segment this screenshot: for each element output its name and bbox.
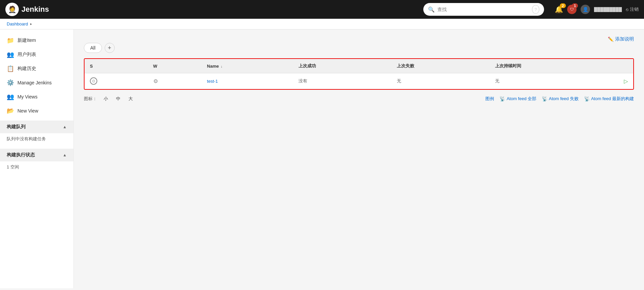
sidebar-item-label: Manage Jenkins	[17, 80, 52, 85]
col-w: W	[148, 59, 202, 73]
col-last-success: 上次成功	[293, 59, 391, 73]
sidebar-item-label: My Views	[17, 94, 38, 99]
last-duration-cell: 无	[490, 73, 619, 89]
feed-icon-failure: 📡	[542, 96, 547, 101]
new-item-icon: 📁	[7, 37, 14, 44]
status-disabled-icon: ⊙	[90, 77, 97, 85]
user-avatar: 👤	[581, 5, 590, 14]
atom-feed-failure-link[interactable]: 📡 Atom feed 失败	[542, 96, 579, 102]
atom-all-label: Atom feed 全部	[506, 96, 536, 102]
new-view-icon: 📂	[7, 107, 14, 115]
sidebar-item-label: 新建Item	[17, 38, 36, 44]
search-icon: 🔍	[428, 6, 435, 13]
search-input[interactable]	[437, 7, 529, 12]
header-actions: 🔔 2 🛡 1 👤 █████████ ⎋ 注销	[555, 5, 639, 14]
build-executor-collapse-icon[interactable]: ▲	[63, 153, 67, 157]
main-layout: 📁 新建Item 👥 用户列表 📋 构建历史 ⚙️ Manage Jenkins…	[0, 29, 644, 288]
footer-row: 图标： 小 中 大 图例 📡 Atom feed 全部 📡 Atom feed …	[84, 95, 634, 102]
sidebar-item-label: 用户列表	[17, 52, 36, 58]
sidebar-item-label: New View	[17, 108, 38, 114]
name-cell: test-1	[202, 73, 293, 89]
col-name[interactable]: Name ↓	[202, 59, 293, 73]
manage-icon: ⚙️	[7, 79, 14, 86]
sort-arrow: ↓	[221, 65, 222, 68]
tab-add-button[interactable]: +	[105, 43, 115, 53]
build-executor-title: 构建执行状态	[7, 152, 35, 158]
notification-bell[interactable]: 🔔 2	[555, 5, 563, 13]
tab-all[interactable]: All	[84, 43, 102, 53]
job-table-wrapper: S W Name ↓ 上次成功 上次失败	[84, 58, 634, 90]
main-content: ✏️ 添加说明 All + S W	[74, 29, 644, 288]
atom-latest-label: Atom feed 最新的构建	[591, 96, 634, 102]
help-icon[interactable]: ?	[532, 5, 539, 14]
icon-size-small[interactable]: 小	[102, 95, 109, 102]
build-executor-status: 1 空闲	[7, 164, 19, 169]
col-last-duration: 上次持续时间	[490, 59, 619, 73]
sidebar-item-manage-jenkins[interactable]: ⚙️ Manage Jenkins	[0, 76, 73, 90]
weather-cell: ⚙	[148, 73, 202, 89]
security-badge[interactable]: 🛡 1	[567, 5, 577, 14]
job-table: S W Name ↓ 上次成功 上次失败	[85, 59, 633, 89]
run-icon[interactable]: ▷	[624, 78, 628, 84]
breadcrumb-arrow: ▸	[30, 22, 32, 26]
run-cell[interactable]: ▷	[619, 73, 633, 89]
my-views-icon: 👥	[7, 93, 14, 100]
legend-link[interactable]: 图例	[485, 96, 494, 102]
sidebar-item-user-list[interactable]: 👥 用户列表	[0, 48, 73, 62]
sidebar-item-new-item[interactable]: 📁 新建Item	[0, 33, 73, 48]
weather-icon: ⚙	[153, 78, 158, 84]
job-link[interactable]: test-1	[207, 79, 218, 84]
sidebar-item-new-view[interactable]: 📂 New View	[0, 104, 73, 118]
icon-size-label: 图标：	[84, 96, 97, 102]
sidebar-item-build-history[interactable]: 📋 构建历史	[0, 62, 73, 76]
breadcrumb-home[interactable]: Dashboard	[7, 21, 28, 26]
build-queue-content: 队列中没有构建任务	[0, 133, 73, 145]
build-queue-empty: 队列中没有构建任务	[7, 136, 46, 141]
build-history-icon: 📋	[7, 65, 14, 72]
sidebar-item-my-views[interactable]: 👥 My Views	[0, 90, 73, 104]
add-description-label: 添加说明	[615, 36, 634, 42]
feed-icon-all: 📡	[499, 96, 505, 101]
security-count: 1	[572, 3, 578, 8]
col-last-failure: 上次失败	[391, 59, 490, 73]
col-s: S	[85, 59, 148, 73]
last-failure-cell: 无	[391, 73, 490, 89]
user-icon: 👤	[583, 7, 588, 12]
logout-button[interactable]: ⎋ 注销	[626, 6, 639, 12]
sidebar-item-label: 构建历史	[17, 66, 36, 72]
logo-link[interactable]: 🤵 Jenkins	[5, 3, 49, 16]
legend-label: 图例	[485, 96, 494, 102]
table-row: ⊙ ⚙ test-1 没有 无 无 ▷	[85, 73, 633, 89]
notification-count: 2	[560, 3, 566, 8]
status-cell: ⊙	[85, 73, 148, 89]
sidebar: 📁 新建Item 👥 用户列表 📋 构建历史 ⚙️ Manage Jenkins…	[0, 29, 74, 288]
build-executor-content: 1 空闲	[0, 161, 73, 173]
build-queue-title: 构建队列	[7, 124, 25, 130]
breadcrumb: Dashboard ▸	[0, 19, 644, 29]
build-queue-collapse-icon[interactable]: ▲	[63, 125, 67, 129]
atom-feed-latest-link[interactable]: 📡 Atom feed 最新的构建	[584, 96, 634, 102]
user-list-icon: 👥	[7, 51, 14, 58]
edit-icon: ✏️	[608, 37, 613, 42]
last-success-cell: 没有	[293, 73, 391, 89]
icon-size-medium[interactable]: 中	[115, 95, 122, 102]
feed-icon-latest: 📡	[584, 96, 590, 101]
logo-text: Jenkins	[21, 5, 49, 14]
build-executor-section: 构建执行状态 ▲	[0, 149, 73, 161]
logo-icon: 🤵	[5, 3, 19, 16]
user-name: █████████	[594, 7, 622, 12]
add-description-link[interactable]: ✏️ 添加说明	[608, 36, 634, 42]
search-bar: 🔍 ?	[423, 3, 544, 16]
table-header-row: S W Name ↓ 上次成功 上次失败	[85, 59, 633, 73]
logout-icon: ⎋	[626, 7, 629, 12]
header: 🤵 Jenkins 🔍 ? 🔔 2 🛡 1 👤 █████████ ⎋ 注销	[0, 0, 644, 19]
logout-label: 注销	[630, 6, 639, 12]
tabs-bar: All +	[84, 43, 634, 53]
icon-size-large[interactable]: 大	[127, 95, 134, 102]
atom-failure-label: Atom feed 失败	[549, 96, 579, 102]
watermark: CSDN @你玩个de...	[0, 288, 644, 290]
atom-feed-all-link[interactable]: 📡 Atom feed 全部	[499, 96, 536, 102]
col-actions	[619, 59, 633, 73]
build-queue-section: 构建队列 ▲	[0, 121, 73, 133]
